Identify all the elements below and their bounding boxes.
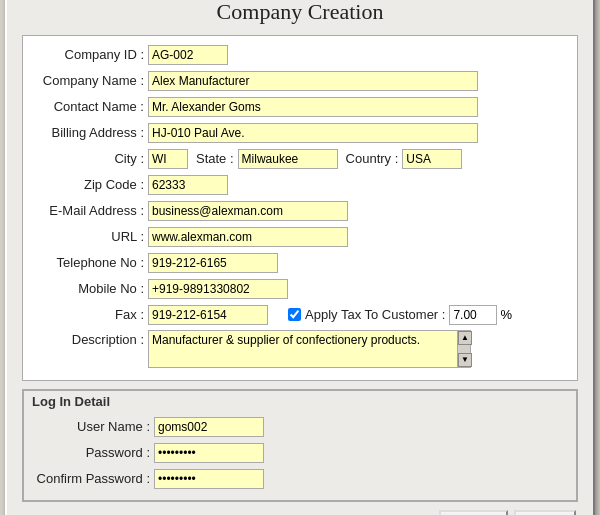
company-id-input[interactable] bbox=[148, 45, 228, 65]
url-input[interactable] bbox=[148, 227, 348, 247]
contact-name-input[interactable] bbox=[148, 97, 478, 117]
city-label: City : bbox=[33, 151, 148, 166]
scroll-down-button[interactable]: ▼ bbox=[458, 353, 472, 367]
url-row: URL : bbox=[33, 226, 567, 248]
username-row: User Name : bbox=[34, 416, 566, 438]
billing-address-label: Billing Address : bbox=[33, 125, 148, 140]
password-label: Password : bbox=[34, 445, 154, 460]
username-label: User Name : bbox=[34, 419, 154, 434]
billing-address-row: Billing Address : bbox=[33, 122, 567, 144]
tel-row: Telephone No : bbox=[33, 252, 567, 274]
email-input[interactable] bbox=[148, 201, 348, 221]
billing-address-input[interactable] bbox=[148, 123, 478, 143]
main-form: Company ID : Company Name : Contact Name… bbox=[22, 35, 578, 381]
company-id-row: Company ID : bbox=[33, 44, 567, 66]
state-input[interactable] bbox=[238, 149, 338, 169]
scroll-up-button[interactable]: ▲ bbox=[458, 331, 472, 345]
description-row: Description : ▲ ▼ bbox=[33, 330, 567, 368]
scroll-track bbox=[458, 345, 470, 353]
mobile-label: Mobile No : bbox=[33, 281, 148, 296]
login-section-title: Log In Detail bbox=[24, 391, 576, 412]
zip-label: Zip Code : bbox=[33, 177, 148, 192]
apply-tax-row: Apply Tax To Customer : % bbox=[288, 305, 512, 325]
confirm-password-label: Confirm Password : bbox=[34, 471, 154, 486]
password-input[interactable] bbox=[154, 443, 264, 463]
mobile-row: Mobile No : bbox=[33, 278, 567, 300]
page-title: Company Creation bbox=[22, 0, 578, 25]
password-row: Password : bbox=[34, 442, 566, 464]
login-form: User Name : Password : Confirm Password … bbox=[24, 412, 576, 500]
save-button[interactable]: Save bbox=[439, 510, 509, 516]
zip-input[interactable] bbox=[148, 175, 228, 195]
apply-tax-checkbox[interactable] bbox=[288, 308, 301, 321]
email-label: E-Mail Address : bbox=[33, 203, 148, 218]
main-window: 🏢 Company Creation ─ □ ✕ Company Creatio… bbox=[5, 0, 595, 515]
country-label: Country : bbox=[338, 151, 403, 166]
confirm-password-input[interactable] bbox=[154, 469, 264, 489]
city-input[interactable] bbox=[148, 149, 188, 169]
mobile-input[interactable] bbox=[148, 279, 288, 299]
fax-input[interactable] bbox=[148, 305, 268, 325]
tax-value-input[interactable] bbox=[449, 305, 497, 325]
description-scrollbar: ▲ ▼ bbox=[457, 330, 471, 368]
exit-button[interactable]: Exit bbox=[514, 510, 576, 516]
company-name-input[interactable] bbox=[148, 71, 478, 91]
tel-label: Telephone No : bbox=[33, 255, 148, 270]
country-input[interactable] bbox=[402, 149, 462, 169]
confirm-password-row: Confirm Password : bbox=[34, 468, 566, 490]
fax-tax-row: Fax : Apply Tax To Customer : % bbox=[33, 304, 567, 326]
zip-row: Zip Code : bbox=[33, 174, 567, 196]
content-area: Company Creation Company ID : Company Na… bbox=[7, 0, 593, 515]
contact-name-row: Contact Name : bbox=[33, 96, 567, 118]
state-label: State : bbox=[188, 151, 238, 166]
tel-input[interactable] bbox=[148, 253, 278, 273]
company-name-row: Company Name : bbox=[33, 70, 567, 92]
apply-tax-label: Apply Tax To Customer : bbox=[305, 307, 449, 322]
bottom-buttons: Save Exit bbox=[22, 510, 578, 516]
percent-sign: % bbox=[497, 307, 512, 322]
description-label: Description : bbox=[33, 330, 148, 347]
company-id-label: Company ID : bbox=[33, 47, 148, 62]
username-input[interactable] bbox=[154, 417, 264, 437]
email-row: E-Mail Address : bbox=[33, 200, 567, 222]
contact-name-label: Contact Name : bbox=[33, 99, 148, 114]
city-state-country-row: City : State : Country : bbox=[33, 148, 567, 170]
description-textarea[interactable] bbox=[148, 330, 458, 368]
url-label: URL : bbox=[33, 229, 148, 244]
fax-label: Fax : bbox=[33, 307, 148, 322]
login-section: Log In Detail User Name : Password : Con… bbox=[22, 389, 578, 502]
company-name-label: Company Name : bbox=[33, 73, 148, 88]
